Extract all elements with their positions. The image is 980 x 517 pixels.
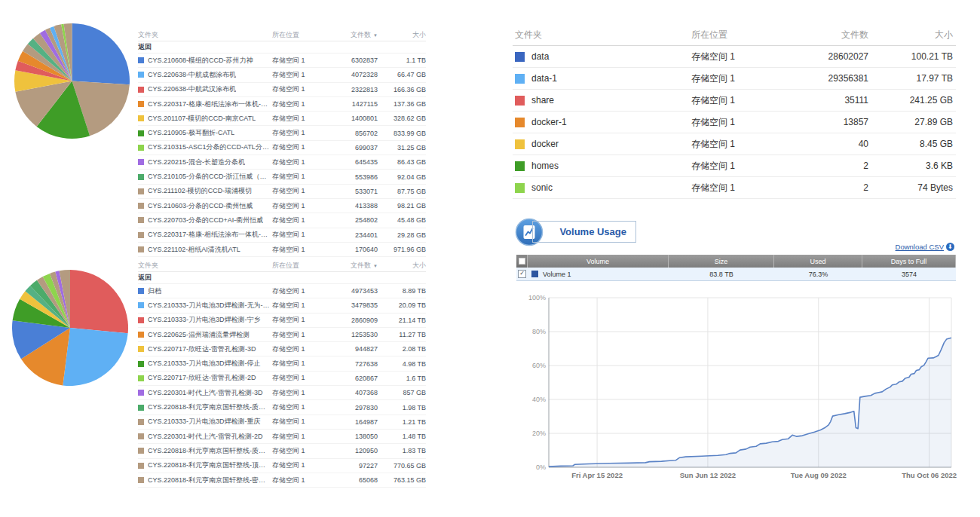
folder-name: data-1 bbox=[531, 73, 557, 84]
folder-size: 1.6 TB bbox=[378, 375, 426, 382]
table-row[interactable]: CYS.220818-利元亨南京国轩整线-质量焊-2D存储空间 11209501… bbox=[138, 444, 426, 458]
table-row[interactable]: sonic存储空间 1274 Bytes bbox=[513, 177, 956, 199]
table-row[interactable]: CYS.220818-利元亨南京国轩整线-质量焊-3D存储空间 12978301… bbox=[138, 400, 426, 415]
table-row[interactable]: CYS.210315-ASC1分条的CCD-ATL分条机存储空间 1699037… bbox=[138, 141, 426, 155]
column-header-size[interactable]: 大小 bbox=[868, 29, 956, 41]
table-row[interactable]: CYS.220638-中航武汉涂布机存储空间 12322813166.36 GB bbox=[138, 83, 426, 97]
table-row[interactable]: CYS.210333-刀片电池3D焊检测-停止存储空间 17276384.98 … bbox=[138, 356, 426, 371]
folder-file-count: 170640 bbox=[332, 246, 378, 253]
table-row[interactable]: CYS.220301-时代上汽-雷管孔检测-2D存储空间 11380501.48… bbox=[138, 430, 426, 444]
table-row[interactable]: CYS.220625-温州瑞浦流量焊检测存储空间 1125353011.27 T… bbox=[138, 328, 426, 342]
back-link[interactable]: 返回 bbox=[138, 272, 426, 284]
folder-name: CYS.220638-中航武汉涂布机 bbox=[148, 84, 236, 94]
table-row[interactable]: docker-1存储空间 11385727.89 GB bbox=[513, 112, 956, 133]
folder-color-swatch bbox=[138, 159, 144, 165]
table-row[interactable]: CYS.210333-刀片电池3D焊检测-宁乡存储空间 1286090921.1… bbox=[138, 314, 426, 328]
folder-color-swatch bbox=[138, 390, 144, 396]
table-row[interactable]: share存储空间 135111241.25 GB bbox=[513, 90, 956, 112]
column-header-folder[interactable]: 文件夹 bbox=[138, 261, 272, 271]
folder-location: 存储空间 1 bbox=[272, 301, 332, 311]
table-row[interactable]: CYS.201107-模切的CCD-南京CATL存储空间 11400801328… bbox=[138, 112, 426, 126]
folder-file-count: 620867 bbox=[332, 375, 378, 382]
table-row[interactable]: CYS.210905-极耳翻折-CATL存储空间 1856702833.99 G… bbox=[138, 126, 426, 140]
table-row[interactable]: 归档存储空间 149734538.89 TB bbox=[138, 284, 426, 298]
column-header-files[interactable]: 文件数 bbox=[778, 29, 868, 41]
table-row[interactable]: CYS.220215-混合-长塑造分条机存储空间 164543586.43 GB bbox=[138, 155, 426, 170]
column-header-location[interactable]: 所在位置 bbox=[691, 29, 778, 41]
y-axis-tick-label: 100% bbox=[528, 294, 546, 301]
table-row[interactable]: CYS.220638-中航成都涂布机存储空间 1407232866.47 GB bbox=[138, 68, 426, 82]
volume-checkbox[interactable]: ✓ bbox=[518, 270, 526, 278]
volume-used: 76.3% bbox=[774, 271, 862, 278]
table-row[interactable]: CYS.210333-刀片电池3D焊检测-无为-2期存储空间 134798352… bbox=[138, 298, 426, 313]
folder-color-swatch bbox=[515, 96, 525, 106]
folder-file-count: 254802 bbox=[332, 216, 378, 224]
column-header-size: Size bbox=[669, 255, 774, 268]
folder-location: 存储空间 1 bbox=[272, 388, 332, 398]
select-all-header-cell[interactable] bbox=[516, 255, 528, 268]
column-header-size[interactable]: 大小 bbox=[378, 30, 426, 40]
table-row[interactable]: docker存储空间 1408.45 GB bbox=[513, 133, 956, 155]
table-row[interactable]: CYS.211102-模切的CCD-瑞浦模切存储空间 153307187.75 … bbox=[138, 185, 426, 199]
folder-name-cell: CYS.211102-模切的CCD-瑞浦模切 bbox=[138, 186, 272, 196]
folder-name-cell: CYS.220317-格康-相纸法涂布一体机-缺陷检测 bbox=[138, 99, 272, 109]
column-header-folder[interactable]: 文件夹 bbox=[138, 30, 272, 40]
pie-slice bbox=[70, 270, 128, 333]
folder-color-swatch bbox=[138, 332, 144, 338]
table-row[interactable]: data-1存储空间 12935638117.97 TB bbox=[513, 68, 956, 90]
folder-color-swatch bbox=[138, 57, 144, 63]
x-axis-tick-label: Fri Apr 15 2022 bbox=[571, 471, 623, 479]
volume-row[interactable]: ✓ Volume 1 83.8 TB 76.3% 3574 bbox=[516, 268, 956, 281]
table-row[interactable]: CYS.220317-格康-相纸法涂布一体机-缺陷检测存储空间 11427115… bbox=[138, 97, 426, 112]
column-header-location[interactable]: 所在位置 bbox=[272, 261, 332, 271]
table-row[interactable]: CYS.210608-模组的CCD-苏州力神存储空间 163028371.1 T… bbox=[138, 54, 426, 68]
folder-name: CYS.220215-混合-长塑造分条机 bbox=[148, 158, 245, 167]
folder-size: 17.97 TB bbox=[868, 73, 956, 84]
folder-size: 1.21 TB bbox=[378, 418, 426, 426]
folder-name-cell: CYS.220638-中航成都涂布机 bbox=[138, 70, 272, 80]
folder-name: CYS.220301-时代上汽-雷管孔检测-2D bbox=[148, 432, 263, 442]
table-row[interactable]: CYS.220818-利元亨南京国轩整线-密封钉存储空间 165068763.1… bbox=[138, 473, 426, 488]
folder-file-count: 2 bbox=[778, 161, 868, 171]
column-header-files[interactable]: 文件数▼ bbox=[332, 261, 378, 271]
table-row[interactable]: CYS.221102-相纸AI清洗机ATL存储空间 1170640971.96 … bbox=[138, 243, 426, 257]
table-row[interactable]: CYS.220301-时代上汽-雷管孔检测-3D存储空间 1407368857 … bbox=[138, 386, 426, 400]
folder-name-cell: CYS.220625-温州瑞浦流量焊检测 bbox=[138, 330, 272, 340]
column-header-folder[interactable]: 文件夹 bbox=[513, 29, 691, 41]
folder-size: 857 GB bbox=[378, 389, 426, 396]
folder-location: 存储空间 1 bbox=[272, 216, 332, 225]
folder-file-count: 234401 bbox=[332, 231, 378, 239]
folder-size: 971.96 GB bbox=[378, 246, 426, 253]
table-row[interactable]: homes存储空间 123.6 KB bbox=[513, 155, 956, 177]
folder-location: 存储空间 1 bbox=[272, 373, 332, 383]
back-link[interactable]: 返回 bbox=[138, 41, 426, 54]
folder-file-count: 4973453 bbox=[332, 287, 378, 295]
column-header-files[interactable]: 文件数▼ bbox=[332, 30, 378, 40]
column-header-size[interactable]: 大小 bbox=[378, 261, 426, 271]
download-csv-link[interactable]: Download CSV bbox=[896, 243, 944, 251]
table-row[interactable]: CYS.220818-利元亨南京国轩整线-顶盖激光焊缝-...存储空间 1972… bbox=[138, 459, 426, 473]
folder-location: 存储空间 1 bbox=[272, 330, 332, 340]
folder-file-count: 138050 bbox=[332, 433, 378, 440]
table-row[interactable]: data存储空间 128602027100.21 TB bbox=[513, 46, 956, 68]
folder-size: 92.04 GB bbox=[378, 173, 426, 181]
volume-name: Volume 1 bbox=[543, 271, 571, 278]
folder-location: 存储空间 1 bbox=[691, 138, 778, 151]
folder-name-cell: 归档 bbox=[138, 286, 272, 296]
folder-name: CYS.210333-刀片电池3D焊检测-重庆 bbox=[148, 417, 261, 427]
download-icon[interactable]: ⬇ bbox=[946, 243, 954, 251]
folder-name-cell: CYS.220717-欣旺达-雷管孔检测-3D bbox=[138, 344, 272, 354]
table-row[interactable]: CYS.210333-刀片电池3D焊检测-重庆存储空间 11649871.21 … bbox=[138, 415, 426, 430]
table-row[interactable]: CYS.220717-欣旺达-雷管孔检测-2D存储空间 16208671.6 T… bbox=[138, 372, 426, 386]
table-row[interactable]: CYS.220703-分条的CCD+AI-衢州恒威存储空间 125480245.… bbox=[138, 213, 426, 228]
column-header-location[interactable]: 所在位置 bbox=[272, 30, 332, 40]
y-axis-tick-label: 80% bbox=[532, 328, 546, 335]
table-row[interactable]: CYS.220717-欣旺达-雷管孔检测-3D存储空间 19448272.08 … bbox=[138, 342, 426, 356]
table-row[interactable]: CYS.220317-格康-相纸法涂布一体机-定位存储空间 123440129.… bbox=[138, 228, 426, 243]
table-row[interactable]: CYS.210603-分条的CCD-衢州恒威存储空间 141338898.21 … bbox=[138, 199, 426, 213]
folder-location: 存储空间 1 bbox=[272, 245, 332, 255]
x-axis-tick-label: Sun Jun 12 2022 bbox=[680, 471, 736, 479]
table-row[interactable]: CYS.210105-分条的CCD-浙江恒威（兰溪）存储空间 155398692… bbox=[138, 170, 426, 184]
folder-size: 66.47 GB bbox=[378, 71, 426, 78]
folder-color-swatch bbox=[515, 52, 525, 62]
